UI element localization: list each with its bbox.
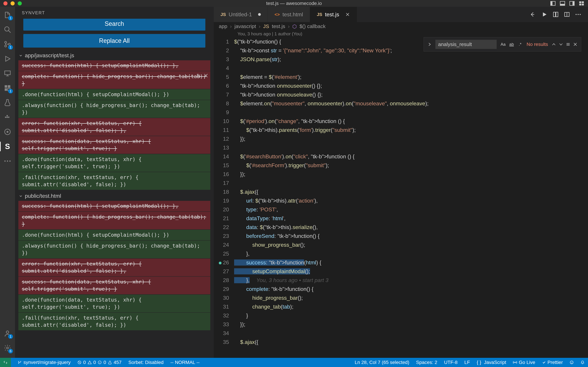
result-item[interactable]: success: function(data, textStatus, xhr)… (18, 136, 210, 154)
replace-all-button[interactable]: Replace All (23, 34, 205, 48)
activity-synvert[interactable]: S (3, 142, 12, 151)
svg-rect-7 (582, 1, 584, 3)
breadcrumb-item[interactable]: app (219, 24, 227, 29)
gitlens-file-annotation: You, 3 hours ago | 1 author (You) (214, 31, 588, 37)
layout-toggle-secondary-icon[interactable] (569, 0, 575, 7)
regex-icon[interactable]: .* (517, 41, 523, 47)
encoding-status[interactable]: UTF-8 (444, 360, 458, 365)
breadcrumb-item[interactable]: test.js (272, 24, 285, 29)
svg-rect-37 (553, 12, 555, 17)
activity-overflow[interactable] (3, 156, 12, 166)
svg-rect-22 (8, 117, 9, 118)
result-item[interactable]: .done(function(html) { setupComplaintMod… (18, 89, 210, 100)
search-button[interactable]: Search (23, 19, 205, 31)
close-window[interactable] (3, 1, 8, 5)
dismiss-icon[interactable] (203, 73, 208, 78)
find-next-icon[interactable] (559, 42, 563, 47)
activity-settings[interactable]: 6 (3, 343, 12, 353)
sorbet-status[interactable]: Sorbet: Disabled (128, 360, 164, 365)
eol-status[interactable]: LF (464, 360, 470, 365)
cursor-position[interactable]: Ln 28, Col 7 (65 selected) (355, 360, 409, 365)
breadcrumb-item[interactable]: javascript (234, 24, 256, 29)
find-widget: Aa ab .* No results (424, 37, 581, 51)
svg-point-50 (18, 363, 19, 364)
line-number-gutter[interactable]: 1234567891011121314151617181920212223242… (214, 37, 234, 358)
layout-toggle-panel-icon[interactable] (559, 0, 566, 7)
activity-accounts[interactable]: 1 (3, 329, 12, 338)
activity-gitlens[interactable] (3, 127, 12, 137)
activity-extensions[interactable]: 1 (3, 83, 12, 93)
expand-find-icon[interactable] (427, 42, 432, 47)
match-whole-word-icon[interactable]: ab (509, 41, 515, 47)
code-content[interactable]: $("tk-b">function() { "tk-b">const str =… (234, 37, 588, 358)
breadcrumb-item[interactable]: $() callback (299, 24, 326, 29)
run-icon[interactable] (541, 11, 547, 17)
find-in-selection-icon[interactable] (566, 42, 571, 47)
result-item[interactable]: complete: function() { hide_progress_bar… (18, 212, 210, 229)
language-status[interactable]: { } JavaScript (477, 360, 506, 365)
feedback-icon[interactable] (570, 360, 574, 365)
editor-tab[interactable]: JStest.js (310, 7, 357, 22)
git-branch[interactable]: synvert/migrate-jquery (18, 360, 71, 365)
layout-toggle-primary-icon[interactable] (550, 0, 556, 7)
activity-explorer[interactable]: 1 (3, 10, 12, 20)
svg-rect-1 (551, 1, 553, 5)
result-item[interactable]: .done(function(data, textStatus, xhr) { … (18, 295, 210, 312)
activity-docker[interactable] (3, 112, 12, 122)
editor-tab[interactable]: JSUntitled-1 (214, 7, 268, 22)
match-case-icon[interactable]: Aa (500, 41, 506, 47)
more-icon[interactable] (575, 11, 581, 17)
result-item[interactable]: error: function(xhr, textStatus, err) { … (18, 259, 210, 276)
problems-indicator[interactable]: 0 0 0 457 (78, 360, 121, 365)
close-tab-icon[interactable] (345, 12, 350, 17)
activity-source-control[interactable]: 1 (3, 39, 12, 49)
split-editor-icon[interactable] (564, 11, 570, 17)
layout-customize-icon[interactable] (579, 0, 585, 7)
result-file-header[interactable]: public/test.html (18, 192, 210, 200)
svg-rect-23 (7, 115, 8, 116)
chevron-right-icon: › (288, 24, 290, 29)
editor-tab[interactable]: <>test.html (268, 7, 310, 22)
code-editor[interactable]: Aa ab .* No results 12345678910111213141… (214, 37, 588, 358)
result-item[interactable]: success: function(html) { setupComplaint… (18, 60, 210, 71)
notifications-icon[interactable] (580, 360, 585, 365)
accounts-badge: 1 (8, 334, 13, 339)
editor-area: JSUntitled-1<>test.htmlJStest.js app › j… (214, 7, 588, 358)
js-file-icon: JS (221, 12, 226, 17)
html-file-icon: <> (275, 12, 280, 17)
result-item[interactable]: success: function(data, textStatus, xhr)… (18, 277, 210, 294)
activity-remote-explorer[interactable] (3, 69, 12, 78)
activity-search[interactable] (3, 25, 12, 34)
indent-status[interactable]: Spaces: 2 (416, 360, 437, 365)
svg-point-27 (7, 160, 8, 162)
result-item[interactable]: .always(function() { hide_progress_bar()… (18, 100, 210, 118)
find-previous-icon[interactable] (551, 42, 556, 47)
result-item[interactable]: .fail(function(xhr, textStatus, err) { s… (18, 172, 210, 190)
close-find-icon[interactable] (573, 42, 578, 47)
apply-icon[interactable] (196, 73, 201, 78)
result-file-header[interactable]: app/javascript/test.js (18, 51, 210, 60)
svg-point-26 (4, 160, 6, 162)
diff-icon[interactable] (553, 11, 559, 17)
remote-indicator[interactable] (0, 358, 11, 367)
result-item[interactable]: .always(function() { hide_progress_bar()… (18, 241, 210, 258)
activity-run-debug[interactable] (3, 54, 12, 64)
tab-label: test.js (325, 11, 339, 18)
result-item[interactable]: complete: function() { hide_progress_bar… (18, 71, 210, 89)
live-server-status[interactable]: Go Live (513, 360, 535, 365)
js-file-icon: JS (263, 24, 269, 29)
result-item[interactable]: .fail(function(xhr, textStatus, err) { s… (18, 313, 210, 330)
maximize-window[interactable] (18, 1, 22, 5)
prettier-status[interactable]: Prettier (542, 360, 563, 365)
breadcrumb[interactable]: app › javascript › JS test.js › ⬡ $() ca… (214, 22, 588, 31)
activity-testing[interactable] (3, 98, 12, 107)
go-back-icon[interactable] (530, 11, 536, 17)
window-title: test.js — awesomecode.io (266, 1, 322, 6)
result-item[interactable]: .done(function(data, textStatus, xhr) { … (18, 154, 210, 172)
find-input[interactable] (435, 40, 497, 49)
result-item[interactable]: .done(function(html) { setupComplaintMod… (18, 230, 210, 240)
result-item[interactable]: error: function(xhr, textStatus, err) { … (18, 118, 210, 136)
result-item[interactable]: success: function(html) { setupComplaint… (18, 201, 210, 211)
minimize-window[interactable] (10, 1, 15, 5)
svg-point-13 (5, 45, 7, 47)
